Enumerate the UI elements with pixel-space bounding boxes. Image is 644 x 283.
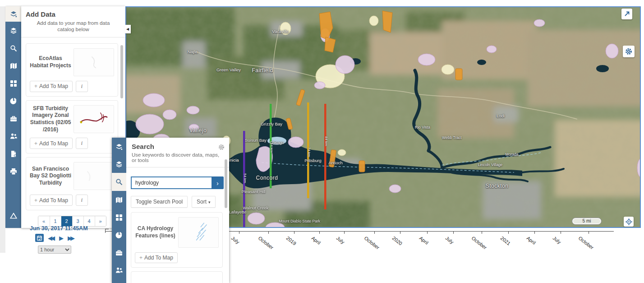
add-to-map-button[interactable]: +Add To Map [30, 81, 73, 92]
scale-bar: 5 mi [572, 218, 602, 225]
map-label: Chicago [270, 140, 284, 145]
page-3[interactable]: 3 [72, 216, 83, 226]
info-button[interactable]: i [76, 138, 88, 149]
toolbar-item-map[interactable] [112, 191, 126, 209]
toolbar-item-toolbox[interactable] [112, 244, 126, 261]
page-1[interactable]: 1 [50, 216, 61, 226]
toolbar-item-measure[interactable] [5, 207, 21, 224]
timeline-tick [319, 231, 320, 234]
toolbar-item-document[interactable] [5, 145, 21, 162]
timeline-label: July [230, 235, 241, 245]
layers-icon [10, 27, 17, 34]
timeline-label: 2020 [391, 235, 404, 246]
locate-button[interactable] [624, 217, 634, 227]
map-label: Concord [256, 175, 278, 181]
map-label: Pittsburg [304, 158, 322, 163]
plus-icon: + [139, 255, 143, 261]
add-data-icon [10, 10, 17, 18]
info-button[interactable]: i [76, 81, 88, 92]
add-to-map-button[interactable]: +Add To Map [30, 138, 73, 149]
timeline-tick [534, 231, 535, 234]
map-label: Fairfield [252, 67, 273, 74]
add-to-map-button[interactable]: +Add To Map [30, 195, 73, 206]
search-input[interactable] [131, 176, 212, 189]
search-panel-toolbar [112, 138, 126, 283]
collapse-arrow-icon: ◀ [126, 27, 129, 31]
page-prev[interactable]: « [38, 216, 50, 226]
panel-title: Add Data [21, 6, 125, 19]
measure-icon [10, 212, 17, 219]
timeline-label: 2019 [285, 235, 298, 246]
toggle-search-pool-button[interactable]: Toggle Search Pool [131, 196, 188, 208]
toolbar-item-charts[interactable] [5, 92, 21, 110]
search-settings-button[interactable] [218, 144, 225, 150]
plus-icon: + [34, 197, 37, 204]
timeline-label: April [526, 235, 537, 246]
search-submit-button[interactable]: › [212, 176, 224, 189]
calendar-button[interactable] [35, 234, 44, 242]
timeline-tick [482, 231, 482, 234]
panel-subtitle: Add data to your map from data catalog b… [21, 19, 125, 37]
timeline-label: July [445, 235, 455, 245]
toolbar-item-search[interactable] [112, 173, 126, 191]
fast-forward-button[interactable]: ▶▶ [68, 235, 73, 241]
toolbar-item-charts[interactable] [112, 226, 126, 244]
toolbar-item-add-data[interactable] [5, 6, 21, 22]
play-button[interactable]: ▶ [59, 235, 64, 241]
toolbar-item-basemap[interactable] [5, 74, 21, 92]
panel-title: Search [126, 138, 229, 152]
timeline-label: July [552, 235, 562, 245]
catalog-card: San Francisco Bay S2 Dogliotti Turbidity… [26, 157, 118, 210]
expand-icon [623, 10, 630, 18]
toolbar-item-add-data[interactable] [112, 138, 126, 155]
people-icon [10, 133, 17, 140]
timeline-tick [239, 231, 239, 234]
map-settings-button[interactable] [623, 46, 635, 57]
basemap-grid-icon [10, 80, 17, 87]
toolbar-item-layers[interactable] [5, 22, 21, 39]
info-button[interactable]: i [76, 195, 88, 206]
page-4[interactable]: 4 [83, 216, 95, 226]
map-label: Pleasant Hill [242, 189, 266, 194]
timeline-label: October [363, 235, 381, 251]
chevron-down-icon: ▾ [208, 200, 211, 204]
page-next[interactable]: » [95, 216, 106, 226]
search-result-card: CA Hydrology [131, 271, 223, 283]
toolbar-item-people[interactable] [5, 127, 21, 145]
dataset-name: EcoAtlas Habitat Projects [30, 55, 74, 69]
dataset-name: San Francisco Bay S2 Dogliotti Turbidity [30, 166, 74, 187]
map-label: Rio Vista [415, 125, 430, 130]
panel-scrollbar[interactable] [225, 159, 227, 208]
toolbar-item-map[interactable] [5, 57, 21, 74]
toolbar-item-toolbox[interactable] [5, 110, 21, 127]
timeline-tick [268, 231, 269, 234]
toolbar-item-print[interactable] [5, 162, 21, 180]
timeline-tick [453, 231, 454, 234]
timeline-tick [508, 231, 509, 234]
time-controls: Jun 30, 2017 11:45AM ◀◀ ▶ ▶▶ 1 hour [21, 225, 107, 254]
map-label: Lodi [497, 113, 505, 118]
timeline-tick [344, 231, 345, 234]
gear-icon [625, 48, 632, 55]
expand-map-button[interactable] [621, 9, 632, 19]
toolbar-item-basemap[interactable] [112, 209, 126, 226]
collapse-panel-button[interactable]: ◀ [124, 25, 131, 33]
dataset-name: SFB Turbidity Imagery Zonal Statistics (… [30, 105, 74, 133]
locate-icon [626, 218, 632, 225]
toolbar-item-layers[interactable] [112, 155, 126, 173]
catalog-card: EcoAtlas Habitat Projects +Add To Map i [26, 43, 118, 97]
current-timestamp: Jun 30, 2017 11:45AM [30, 225, 107, 232]
toolbar-item-people[interactable] [112, 261, 126, 279]
add-to-map-button[interactable]: +Add To Map [135, 252, 178, 263]
page-2-active[interactable]: 2 [61, 216, 72, 226]
dataset-thumbnail [74, 48, 114, 76]
layers-icon [115, 161, 123, 168]
map-label: Mount Diablo State Park [279, 219, 320, 223]
rewind-button[interactable]: ◀◀ [48, 235, 53, 241]
toolbar-item-search[interactable] [5, 39, 21, 57]
panel-scrollbar[interactable] [120, 45, 123, 98]
sort-button[interactable]: Sort▾ [192, 196, 216, 208]
interval-select[interactable]: 1 hour [38, 246, 71, 254]
search-icon [10, 45, 17, 52]
page-gutter [0, 6, 5, 253]
